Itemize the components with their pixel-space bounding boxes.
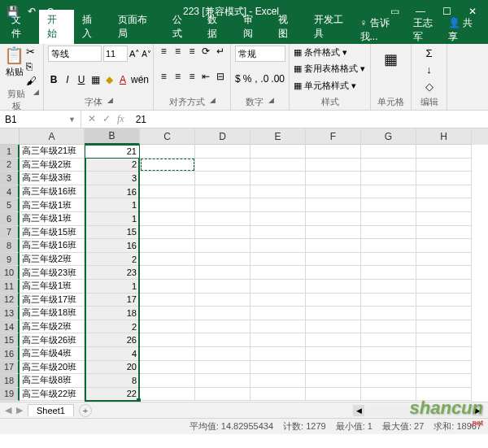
cell[interactable]: 1 bbox=[85, 212, 140, 226]
font-launcher-icon[interactable]: ◢ bbox=[107, 96, 113, 108]
font-name-combo[interactable] bbox=[48, 46, 102, 62]
cell[interactable] bbox=[306, 361, 361, 375]
tab-formulas[interactable]: 公式 bbox=[164, 10, 200, 44]
cell[interactable] bbox=[361, 333, 416, 347]
cell[interactable] bbox=[140, 212, 195, 226]
orientation-icon[interactable]: ⟳ bbox=[200, 46, 211, 57]
sheet-tab[interactable]: Sheet1 bbox=[28, 404, 74, 416]
cell[interactable] bbox=[361, 307, 416, 320]
select-all-corner[interactable] bbox=[0, 128, 20, 145]
cell[interactable] bbox=[251, 347, 306, 361]
cell[interactable]: 2 bbox=[85, 320, 140, 334]
cell[interactable]: 高三年级22班 bbox=[20, 388, 85, 402]
cell[interactable] bbox=[416, 280, 472, 294]
column-header-B[interactable]: B bbox=[85, 128, 140, 145]
inc-dec-icon[interactable]: .0 bbox=[260, 73, 268, 85]
cell[interactable]: 高三年级1班 bbox=[20, 212, 85, 226]
cell[interactable] bbox=[140, 198, 195, 212]
tell-me[interactable]: ♀ 告诉我... bbox=[360, 16, 407, 44]
cells-button[interactable]: ▦ bbox=[375, 46, 407, 68]
cell[interactable] bbox=[416, 361, 472, 375]
cell[interactable] bbox=[306, 320, 361, 334]
cell[interactable] bbox=[251, 294, 306, 307]
cell[interactable] bbox=[195, 320, 251, 334]
cell[interactable] bbox=[140, 172, 195, 185]
cell[interactable]: 高三年级15班 bbox=[20, 226, 85, 240]
row-header[interactable]: 9 bbox=[0, 253, 20, 267]
cell[interactable] bbox=[361, 253, 416, 267]
cell[interactable] bbox=[251, 388, 306, 402]
cell[interactable]: 18 bbox=[85, 307, 140, 320]
cell[interactable] bbox=[251, 145, 306, 159]
cell[interactable] bbox=[361, 159, 416, 172]
row-header[interactable]: 5 bbox=[0, 198, 20, 212]
cell[interactable] bbox=[195, 347, 251, 361]
row-header[interactable]: 10 bbox=[0, 266, 20, 280]
cell[interactable] bbox=[361, 280, 416, 294]
cell[interactable] bbox=[306, 185, 361, 199]
namebox-dropdown-icon[interactable]: ▼ bbox=[68, 115, 76, 124]
cell[interactable] bbox=[140, 159, 195, 172]
cell[interactable] bbox=[416, 253, 472, 267]
alignment-launcher-icon[interactable]: ◢ bbox=[210, 96, 216, 108]
cell[interactable]: 高三年级1班 bbox=[20, 198, 85, 212]
cell[interactable] bbox=[416, 145, 472, 159]
add-sheet-button[interactable]: + bbox=[79, 404, 92, 417]
cell[interactable] bbox=[195, 294, 251, 307]
cell[interactable] bbox=[195, 388, 251, 402]
cell[interactable]: 高三年级2班 bbox=[20, 253, 85, 267]
dec-dec-icon[interactable]: .00 bbox=[271, 73, 285, 85]
bold-button[interactable]: B bbox=[48, 74, 59, 85]
cell[interactable]: 15 bbox=[85, 226, 140, 240]
cell[interactable] bbox=[251, 307, 306, 320]
cell[interactable] bbox=[195, 185, 251, 199]
row-header[interactable]: 1 bbox=[0, 145, 20, 159]
cell[interactable]: 1 bbox=[85, 280, 140, 294]
row-header[interactable]: 7 bbox=[0, 226, 20, 240]
cell[interactable] bbox=[416, 347, 472, 361]
cell[interactable] bbox=[416, 307, 472, 320]
cell[interactable]: 2 bbox=[85, 159, 140, 172]
border-button[interactable]: ▦ bbox=[89, 74, 101, 85]
tab-developer[interactable]: 开发工具 bbox=[306, 10, 360, 44]
cell[interactable] bbox=[306, 239, 361, 253]
cell[interactable]: 17 bbox=[85, 294, 140, 307]
cell[interactable] bbox=[195, 172, 251, 185]
row-header[interactable]: 2 bbox=[0, 159, 20, 172]
cell[interactable] bbox=[416, 333, 472, 347]
cell[interactable]: 高三年级8班 bbox=[20, 374, 85, 388]
cell[interactable] bbox=[361, 198, 416, 212]
indent-dec-icon[interactable]: ⇤ bbox=[200, 71, 211, 82]
cell[interactable] bbox=[251, 280, 306, 294]
cell[interactable] bbox=[416, 172, 472, 185]
cell[interactable] bbox=[306, 388, 361, 402]
sheet-nav-prev-icon[interactable]: ◀ bbox=[5, 405, 11, 415]
cut-icon[interactable]: ✂ bbox=[26, 46, 37, 58]
cell[interactable] bbox=[416, 239, 472, 253]
cell[interactable]: 高三年级20班 bbox=[20, 361, 85, 375]
cell[interactable] bbox=[416, 374, 472, 388]
cell[interactable]: 26 bbox=[85, 333, 140, 347]
column-header-H[interactable]: H bbox=[416, 128, 472, 145]
cell[interactable]: 高三年级17班 bbox=[20, 294, 85, 307]
align-right-icon[interactable]: ≡ bbox=[186, 71, 198, 82]
cell[interactable]: 16 bbox=[85, 185, 140, 199]
cell[interactable] bbox=[251, 374, 306, 388]
cell[interactable] bbox=[140, 145, 195, 159]
row-header[interactable]: 8 bbox=[0, 239, 20, 253]
clipboard-launcher-icon[interactable]: ◢ bbox=[33, 88, 39, 112]
accept-formula-icon[interactable]: ✓ bbox=[102, 113, 111, 125]
cell[interactable] bbox=[251, 320, 306, 334]
cell[interactable] bbox=[140, 388, 195, 402]
cell[interactable]: 高三年级23班 bbox=[20, 266, 85, 280]
cell[interactable] bbox=[416, 159, 472, 172]
row-header[interactable]: 4 bbox=[0, 185, 20, 199]
cell[interactable] bbox=[140, 307, 195, 320]
tab-review[interactable]: 审阅 bbox=[235, 10, 271, 44]
cell[interactable]: 2 bbox=[85, 253, 140, 267]
cell[interactable]: 高三年级26班 bbox=[20, 333, 85, 347]
tab-file[interactable]: 文件 bbox=[3, 10, 39, 44]
cell[interactable] bbox=[195, 253, 251, 267]
cell[interactable]: 高三年级2班 bbox=[20, 320, 85, 334]
cell[interactable] bbox=[251, 159, 306, 172]
